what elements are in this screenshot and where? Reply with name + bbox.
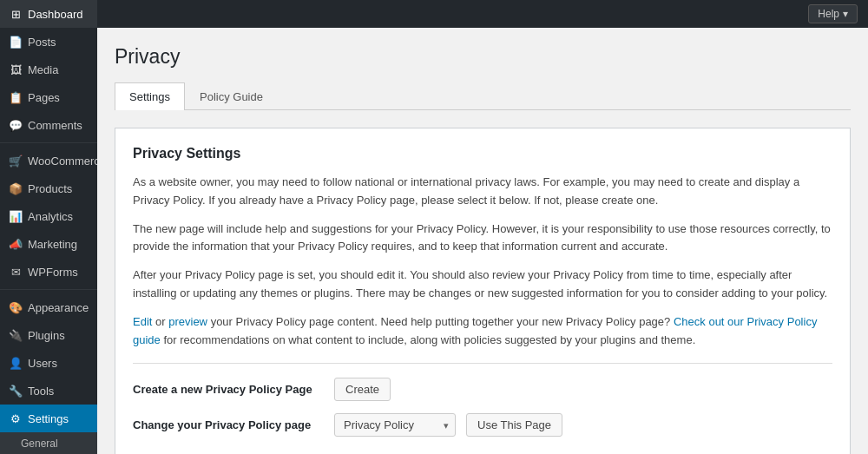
topbar: Help ▾ <box>97 0 868 28</box>
preview-link[interactable]: preview <box>168 315 207 328</box>
sidebar-label-woocommerce: WooCommerce <box>28 155 97 168</box>
change-label: Change your Privacy Policy page <box>133 418 324 431</box>
sidebar-label-pages: Pages <box>28 91 60 104</box>
appearance-icon: 🎨 <box>9 300 23 314</box>
sidebar-item-marketing[interactable]: 📣 Marketing <box>0 230 97 258</box>
main-area: Help ▾ Privacy Settings Policy Guide Pri… <box>97 0 868 454</box>
subitem-label-general: General <box>21 438 58 450</box>
analytics-icon: 📊 <box>9 209 23 223</box>
sidebar-label-settings: Settings <box>28 412 69 425</box>
help-label: Help <box>818 8 839 20</box>
sidebar-item-users[interactable]: 👤 Users <box>0 349 97 377</box>
para-1: As a website owner, you may need to foll… <box>133 174 832 210</box>
sidebar-item-appearance[interactable]: 🎨 Appearance <box>0 293 97 321</box>
sidebar-item-dashboard[interactable]: ⊞ Dashboard <box>0 0 97 28</box>
sidebar-label-marketing: Marketing <box>28 238 77 251</box>
sidebar-label-wpforms: WPForms <box>28 266 78 279</box>
section-divider <box>133 363 832 364</box>
sidebar-label-appearance: Appearance <box>28 301 89 314</box>
create-row: Create a new Privacy Policy Page Create <box>133 378 832 401</box>
change-row: Change your Privacy Policy page Privacy … <box>133 413 832 437</box>
sidebar-label-posts: Posts <box>28 36 56 49</box>
settings-heading: Privacy Settings <box>133 146 832 161</box>
marketing-icon: 📣 <box>9 237 23 251</box>
settings-box: Privacy Settings As a website owner, you… <box>115 128 851 454</box>
page-title: Privacy <box>115 45 851 69</box>
tab-policy-guide[interactable]: Policy Guide <box>185 82 278 110</box>
comments-icon: 💬 <box>9 118 23 132</box>
content-area: Privacy Settings Policy Guide Privacy Se… <box>97 28 868 454</box>
sidebar-item-products[interactable]: 📦 Products <box>0 174 97 202</box>
tools-icon: 🔧 <box>9 384 23 398</box>
sidebar-item-tools[interactable]: 🔧 Tools <box>0 377 97 405</box>
create-button[interactable]: Create <box>334 378 391 401</box>
help-chevron-icon: ▾ <box>843 8 848 20</box>
sidebar-item-media[interactable]: 🖼 Media <box>0 56 97 83</box>
sidebar-item-posts[interactable]: 📄 Posts <box>0 28 97 56</box>
pages-icon: 📋 <box>9 90 23 104</box>
create-label: Create a new Privacy Policy Page <box>133 383 324 396</box>
media-icon: 🖼 <box>9 63 23 76</box>
settings-submenu: General Writing Reading Discussion Media… <box>0 432 97 454</box>
dashboard-icon: ⊞ <box>9 7 23 21</box>
sidebar-item-wpforms[interactable]: ✉ WPForms <box>0 258 97 286</box>
tab-bar: Settings Policy Guide <box>115 82 851 110</box>
sidebar-label-tools: Tools <box>28 385 54 398</box>
use-this-page-button[interactable]: Use This Page <box>466 413 562 437</box>
wpforms-icon: ✉ <box>9 265 23 279</box>
sidebar-item-analytics[interactable]: 📊 Analytics <box>0 202 97 230</box>
products-icon: 📦 <box>9 181 23 195</box>
sidebar-label-analytics: Analytics <box>28 210 73 223</box>
privacy-policy-select[interactable]: Privacy Policy Sample Page Shop <box>334 413 456 437</box>
help-button[interactable]: Help ▾ <box>808 4 858 23</box>
sidebar-label-products: Products <box>28 182 72 195</box>
para-4: Edit or preview your Privacy Policy page… <box>133 313 832 350</box>
sidebar-label-comments: Comments <box>28 119 82 132</box>
sidebar-label-plugins: Plugins <box>28 329 65 342</box>
sidebar-label-users: Users <box>28 357 57 370</box>
sidebar-label-media: Media <box>28 63 58 76</box>
users-icon: 👤 <box>9 356 23 370</box>
para-3: After your Privacy Policy page is set, y… <box>133 266 832 303</box>
privacy-policy-select-wrapper: Privacy Policy Sample Page Shop <box>334 413 456 437</box>
para4-or: or <box>155 315 168 328</box>
sidebar-item-pages[interactable]: 📋 Pages <box>0 83 97 111</box>
woocommerce-icon: 🛒 <box>9 154 23 168</box>
plugins-icon: 🔌 <box>9 328 23 342</box>
para-2: The new page will include help and sugge… <box>133 220 832 257</box>
sidebar-item-comments[interactable]: 💬 Comments <box>0 111 97 139</box>
edit-link[interactable]: Edit <box>133 315 152 328</box>
settings-icon: ⚙ <box>9 411 23 425</box>
sidebar-item-woocommerce[interactable]: 🛒 WooCommerce <box>0 147 97 174</box>
sidebar-item-settings[interactable]: ⚙ Settings <box>0 405 97 432</box>
tab-settings[interactable]: Settings <box>115 82 185 110</box>
posts-icon: 📄 <box>9 35 23 49</box>
sidebar: ⊞ Dashboard 📄 Posts 🖼 Media 📋 Pages 💬 Co… <box>0 0 97 454</box>
sidebar-label-dashboard: Dashboard <box>28 8 83 21</box>
sidebar-item-plugins[interactable]: 🔌 Plugins <box>0 321 97 349</box>
sidebar-subitem-general[interactable]: General <box>0 432 97 454</box>
